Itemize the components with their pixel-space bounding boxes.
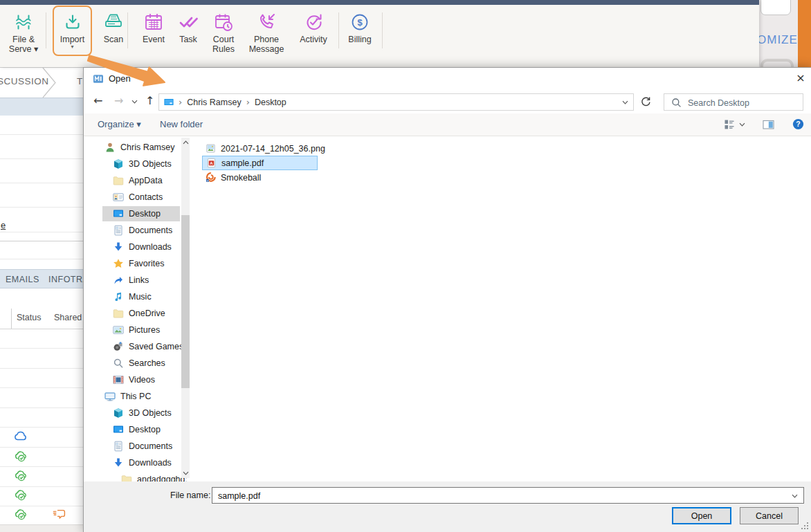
svg-text:$: $ xyxy=(357,17,363,28)
app-background-left: SCUSSION T e EMAILS INFOTRA Status Share… xyxy=(0,67,83,532)
history-chevron-icon[interactable] xyxy=(131,100,138,104)
sidebar-item-searches[interactable]: Searches xyxy=(84,355,230,372)
combobox-chevron-icon[interactable] xyxy=(792,494,798,498)
orange-side-band xyxy=(798,0,811,67)
scan-button[interactable]: Scan xyxy=(96,6,131,44)
folder-icon xyxy=(113,308,124,319)
download-arrow-icon xyxy=(113,241,124,253)
close-icon[interactable]: × xyxy=(791,69,810,87)
sidebar-item-pc-3d-objects[interactable]: 3D Objects xyxy=(84,405,230,421)
breadcrumb[interactable]: › Chris Ramsey › Desktop xyxy=(158,93,634,111)
file-serve-label-1: File & xyxy=(12,35,35,44)
scroll-up-icon[interactable] xyxy=(183,140,189,145)
sidebar-item-favorites[interactable]: Favorites xyxy=(84,255,230,272)
preview-pane-icon[interactable] xyxy=(763,119,774,130)
file-name-combobox[interactable] xyxy=(212,487,804,504)
sidebar-item-contacts[interactable]: Contacts xyxy=(84,189,230,205)
dollar-circle-icon: $ xyxy=(350,12,370,32)
star-icon xyxy=(113,258,124,269)
view-mode-chevron-icon[interactable] xyxy=(739,122,745,127)
breadcrumb-dropdown-icon[interactable] xyxy=(622,100,628,104)
customize-link-fragment[interactable]: OMIZE xyxy=(759,33,798,47)
back-arrow-icon[interactable]: ← xyxy=(93,95,102,107)
partial-glyph xyxy=(760,59,794,67)
activity-button[interactable]: Activity xyxy=(293,6,334,44)
new-folder-button[interactable]: New folder xyxy=(160,119,203,129)
sidebar-item-desktop[interactable]: Desktop xyxy=(84,205,230,222)
view-mode-icon[interactable] xyxy=(724,119,735,130)
help-icon[interactable]: ? xyxy=(792,118,804,130)
sidebar-item-chris-ramsey[interactable]: Chris Ramsey xyxy=(84,139,222,156)
sidebar-item-onedrive[interactable]: OneDrive xyxy=(84,305,230,322)
event-button[interactable]: Event xyxy=(137,6,170,44)
resize-grip[interactable] xyxy=(801,522,803,524)
sidebar-scrollbar[interactable] xyxy=(181,138,190,478)
sidebar-item-pictures[interactable]: Pictures xyxy=(84,322,230,338)
row-divider xyxy=(0,348,83,349)
file-name-input[interactable] xyxy=(217,488,787,504)
up-arrow-icon[interactable]: ↑ xyxy=(145,95,154,107)
refresh-icon[interactable] xyxy=(640,96,651,107)
scroll-down-icon[interactable] xyxy=(183,471,189,475)
download-arrow-icon xyxy=(113,457,124,468)
sidebar-item-folder-partial[interactable]: andadgqghd; xyxy=(84,471,239,481)
sidebar-item-links[interactable]: Links xyxy=(84,272,230,288)
calendar-clock-icon xyxy=(214,12,233,32)
sidebar-item-documents[interactable]: Documents xyxy=(84,222,230,239)
column-header-shared[interactable]: Shared xyxy=(54,313,82,322)
tab-divider-chevron xyxy=(42,68,58,98)
header-divider xyxy=(0,329,83,329)
screen: File & Serve ▾ Import ▾ Scan Event xyxy=(0,0,811,532)
scrollbar-thumb[interactable] xyxy=(181,215,190,388)
phone-message-button[interactable]: Phone Message xyxy=(245,6,288,54)
toolbar-divider xyxy=(127,12,128,48)
sidebar-item-pc-documents[interactable]: Documents xyxy=(84,438,230,455)
search-box[interactable] xyxy=(664,93,803,111)
court-rules-label-2: Rules xyxy=(212,44,235,54)
organize-menu[interactable]: Organize ▾ xyxy=(98,119,141,129)
row-divider xyxy=(0,368,83,369)
file-item-sample-pdf[interactable]: A sample.pdf xyxy=(202,156,318,170)
link-arrow-icon xyxy=(113,275,124,286)
import-highlight-box: Import ▾ xyxy=(53,6,92,56)
saved-games-icon xyxy=(113,341,124,352)
crumb-user[interactable]: Chris Ramsey xyxy=(187,98,242,107)
folder-icon xyxy=(121,474,132,481)
task-label: Task xyxy=(179,35,197,44)
sidebar-item-pc-downloads[interactable]: Downloads xyxy=(84,455,230,471)
file-and-serve-button[interactable]: File & Serve ▾ xyxy=(4,6,43,54)
link-text-fragment[interactable]: e xyxy=(1,220,6,230)
billing-label: Billing xyxy=(348,35,371,44)
sidebar-item-downloads[interactable]: Downloads xyxy=(84,239,230,255)
crumb-folder[interactable]: Desktop xyxy=(255,98,286,107)
event-label: Event xyxy=(143,35,165,44)
court-rules-button[interactable]: Court Rules xyxy=(207,6,240,54)
selected-row-band xyxy=(0,98,83,116)
sidebar-item-this-pc[interactable]: This PC xyxy=(84,388,222,405)
tab-emails[interactable]: EMAILS xyxy=(6,275,39,284)
tab-infotrack-fragment[interactable]: INFOTRA xyxy=(48,275,83,284)
search-input[interactable] xyxy=(686,95,800,111)
sidebar-item-videos[interactable]: Videos xyxy=(84,372,230,388)
dialog-titlebar[interactable]: Open × xyxy=(84,68,811,91)
column-header-status[interactable]: Status xyxy=(17,313,41,322)
cancel-button[interactable]: Cancel xyxy=(740,507,799,524)
smokeball-icon xyxy=(206,172,216,183)
task-button[interactable]: Task xyxy=(172,6,204,44)
cube-icon xyxy=(113,158,124,169)
import-button[interactable]: Import ▾ xyxy=(54,6,91,49)
tab-next-fragment[interactable]: T xyxy=(77,76,82,86)
sidebar-item-saved-games[interactable]: Saved Games xyxy=(84,338,230,355)
app-searchbox-partial[interactable] xyxy=(760,0,791,15)
row-divider xyxy=(0,134,83,135)
file-item-png[interactable]: 2021-07-14_12h05_36.png xyxy=(202,141,329,156)
app-right-edge: OMIZE xyxy=(759,0,811,67)
open-button[interactable]: Open xyxy=(672,507,731,524)
billing-button[interactable]: $ Billing xyxy=(343,6,377,44)
app-titlebar-strip xyxy=(0,0,759,5)
sidebar-item-music[interactable]: Music xyxy=(84,288,230,305)
file-item-smokeball[interactable]: Smokeball xyxy=(202,170,264,185)
sidebar-item-pc-desktop[interactable]: Desktop xyxy=(84,421,230,438)
section-divider xyxy=(0,241,83,241)
toolbar-divider xyxy=(382,12,383,48)
